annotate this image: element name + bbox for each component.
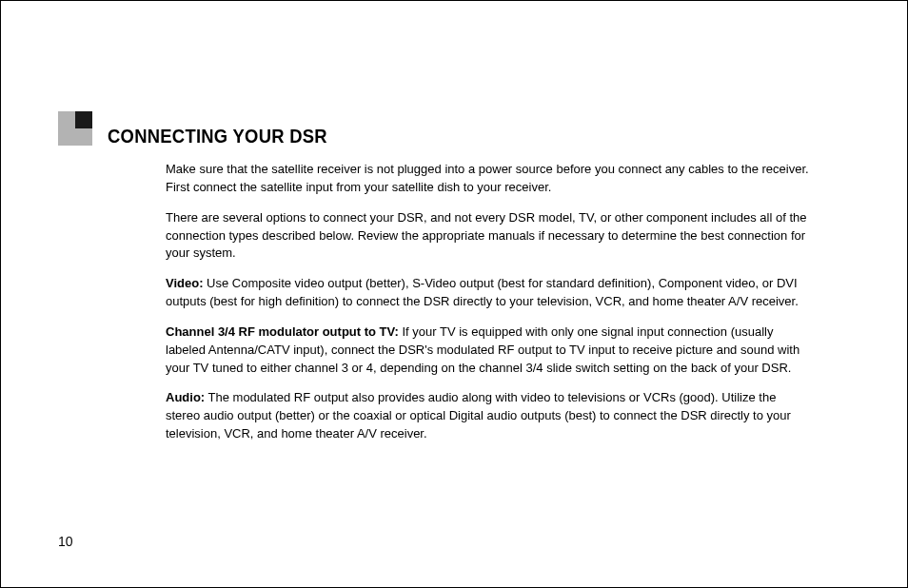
logo-square-tl [58,111,75,128]
paragraph-rf: Channel 3/4 RF modulator output to TV: I… [166,323,813,378]
logo-icon [58,111,92,146]
video-label: Video: [166,276,204,290]
page-heading: CONNECTING YOUR DSR [108,126,327,147]
paragraph-video: Video: Use Composite video output (bette… [166,275,813,311]
logo-square-bl [58,128,75,146]
logo-square-br [75,128,92,146]
paragraph-audio: Audio: The modulated RF output also prov… [166,389,813,443]
body-content: Make sure that the satellite receiver is… [166,161,813,456]
rf-label: Channel 3/4 RF modulator output to TV: [166,324,399,339]
paragraph-options: There are several options to connect you… [166,209,813,264]
audio-label: Audio: [166,390,205,404]
logo-square-tr [75,111,92,128]
video-text: Use Composite video output (better), S-V… [166,276,799,308]
page-number: 10 [58,534,73,549]
audio-text: The modulated RF output also provides au… [166,390,791,441]
paragraph-intro: Make sure that the satellite receiver is… [166,161,813,197]
